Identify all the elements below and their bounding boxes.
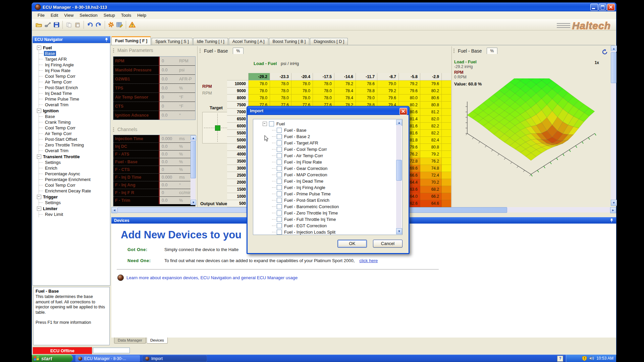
close-button[interactable] [607, 4, 615, 11]
fuel-cell[interactable]: 81.4 [442, 102, 451, 109]
nav-item-cool-temp-corr[interactable]: Cool Temp Corr [39, 125, 110, 131]
import-tree-root[interactable]: Fuel [263, 121, 402, 127]
scroll-down-icon[interactable]: ▼ [396, 228, 402, 234]
row-header[interactable]: 5500 [227, 130, 249, 137]
task-button-ecu-manager[interactable]: ECU Manager - 8-30-... [75, 355, 140, 362]
open-file-icon[interactable] [35, 21, 43, 29]
collapse-icon[interactable] [37, 206, 41, 211]
dialog-scrollbar[interactable]: ▲ ▼ [396, 120, 402, 234]
redo-icon[interactable] [94, 21, 103, 29]
undo-icon[interactable] [86, 21, 94, 29]
checkbox[interactable] [277, 204, 282, 209]
fuel-cell[interactable]: 78.0 [291, 87, 313, 95]
save-icon[interactable] [52, 21, 61, 29]
import-item-fuel-inj-dead-time[interactable]: Fuel - Inj Dead Time [277, 178, 402, 184]
nav-section-ignition[interactable]: Ignition [35, 108, 110, 114]
nav-item-rev-limit[interactable]: Rev Limit [39, 212, 110, 217]
row-header[interactable]: 8000 [227, 95, 249, 102]
fuel-cell[interactable]: 83.4 [442, 137, 451, 144]
restore-button[interactable] [599, 4, 606, 11]
dialog-close-button[interactable] [399, 108, 407, 115]
row-header[interactable]: 4500 [227, 144, 249, 151]
paste-icon[interactable] [73, 21, 82, 29]
nav-item-post-start-enrich[interactable]: Post-Start Enrich [39, 85, 110, 90]
nav-item-cool-temp-corr[interactable]: Cool Temp Corr [39, 73, 110, 79]
checkbox[interactable] [277, 147, 282, 152]
navigator-header[interactable]: ECU Navigator [33, 36, 110, 43]
fuel-cell[interactable]: 78.0 [249, 95, 270, 102]
fuel-cell[interactable]: 78.6 [356, 80, 377, 87]
checkbox[interactable] [277, 198, 282, 203]
security-shield-icon[interactable] [582, 356, 587, 361]
scroll-down-icon[interactable]: ▼ [191, 200, 196, 205]
checkbox[interactable] [277, 134, 282, 139]
fuel-cell[interactable]: 80.6 [420, 95, 442, 102]
fuel-cell[interactable]: 78.0 [249, 80, 270, 87]
tab-spark[interactable]: Spark Tuning [ S ] [152, 38, 192, 45]
fuel-cell[interactable]: 66.2 [420, 193, 442, 200]
nav-item-air-temp-corr[interactable]: Air Temp Corr [39, 79, 110, 85]
fuel-cell[interactable]: 79.2 [377, 87, 399, 95]
fuel-cell[interactable]: 73.4 [442, 179, 451, 186]
nav-section-transient-throttle[interactable]: Transient Throttle [35, 154, 110, 160]
import-item-fuel-target-afr[interactable]: Fuel - Target AFR [277, 140, 402, 146]
tab-fuel[interactable]: Fuel Tuning [ F ] [111, 36, 151, 45]
column-header[interactable]: -5.8 [399, 73, 420, 80]
menu-item-view[interactable]: View [61, 12, 76, 18]
checkbox[interactable] [277, 160, 282, 165]
bottom-tab-data-manager[interactable]: Data Manager [114, 338, 146, 344]
fuel-cell[interactable]: 70.2 [420, 179, 442, 186]
bottom-tab-devices[interactable]: Devices [147, 338, 168, 344]
fuel-cell[interactable]: 78.0 [291, 95, 313, 102]
vertical-scrollbar[interactable]: ▲ ▼ [611, 46, 616, 206]
nav-item-target-afr[interactable]: Target AFR [39, 56, 110, 62]
warning-triangle-icon[interactable] [128, 21, 137, 29]
nav-item-percentage-async[interactable]: Percentage Async [39, 171, 110, 177]
row-header[interactable]: 4000 [227, 151, 249, 158]
tab-idle[interactable]: Idle Tuning [ I ] [193, 38, 228, 45]
import-item-fuel-prime-pulse-time[interactable]: Fuel - Prime Pulse Time [277, 191, 402, 197]
fuel-cell[interactable]: 81.2 [420, 109, 442, 116]
fuel-cell[interactable]: 79.6 [420, 80, 442, 87]
checkbox[interactable] [277, 140, 282, 145]
row-header[interactable]: 6500 [227, 116, 249, 123]
title-bar[interactable]: ECU Manager - 8-30-18.hs2-113 [32, 3, 616, 11]
menu-item-help[interactable]: Help [134, 12, 149, 18]
fuel-cell[interactable]: 79.2 [420, 151, 442, 158]
tab-accel[interactable]: Accel Tuning [ A ] [229, 38, 268, 45]
import-item-fuel-egt-correction[interactable]: Fuel - EGT Correction [277, 223, 402, 229]
nav-item-base[interactable]: Base [39, 114, 110, 119]
import-dialog-titlebar[interactable]: Import [247, 107, 409, 115]
pin-icon[interactable] [610, 218, 613, 223]
checkbox[interactable] [277, 223, 282, 228]
column-header[interactable]: -29.2 [249, 73, 270, 80]
fuel-cell[interactable]: 80.0 [442, 80, 451, 87]
cancel-button[interactable]: Cancel [373, 240, 402, 248]
settings-gear-icon[interactable] [107, 21, 115, 29]
fuel-cell[interactable]: 78.0 [313, 80, 334, 87]
checkbox[interactable] [277, 185, 282, 190]
fuel-cell[interactable]: 64.6 [420, 200, 442, 207]
import-item-fuel-inj-firing-angle[interactable]: Fuel - Inj Firing Angle [277, 184, 402, 191]
checkbox[interactable] [277, 128, 282, 133]
nav-item-inj-flow-rate[interactable]: Inj Flow Rate [39, 68, 110, 73]
column-header[interactable]: -14.6 [334, 73, 356, 80]
import-item-fuel-air-temp-corr[interactable]: Fuel - Air Temp Corr [277, 153, 402, 159]
nav-item-cool-temp-corr[interactable]: Cool Temp Corr [39, 182, 110, 188]
fuel-cell[interactable]: 70.8 [442, 186, 451, 193]
rotate-view-icon[interactable] [602, 49, 608, 55]
row-header[interactable]: 9000 [227, 87, 249, 95]
import-item-fuel-injection-loads-split[interactable]: Fuel - Injection Loads Split [277, 229, 402, 235]
fuel-cell[interactable]: 78.0 [270, 87, 291, 95]
connect-icon[interactable] [43, 21, 52, 29]
percent-unit-tab[interactable]: % [233, 48, 244, 54]
fuel-cell[interactable]: 67.4 [442, 200, 451, 207]
table-edit-icon[interactable] [115, 21, 124, 29]
pin-icon[interactable] [105, 38, 108, 42]
fuel-cell[interactable]: 79.0 [377, 80, 399, 87]
nav-item-air-temp-corr[interactable]: Air Temp Corr [39, 131, 110, 136]
collapse-icon[interactable] [37, 46, 41, 50]
row-header[interactable]: 3000 [227, 165, 249, 172]
checkbox[interactable] [277, 179, 282, 184]
nav-item-inj-dead-time[interactable]: Inj Dead Time [39, 90, 110, 96]
